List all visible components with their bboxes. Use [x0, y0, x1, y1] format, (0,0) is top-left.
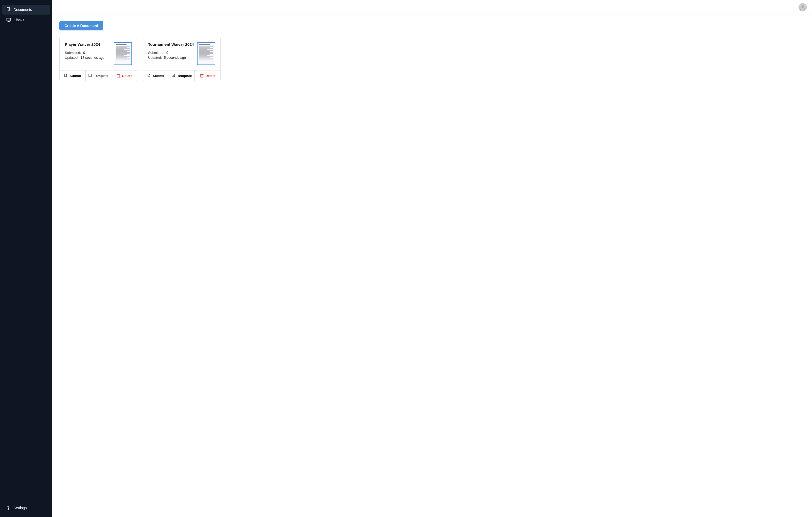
card-info-1: Player Waiver 2024 Submitted: 0 Updated:…: [65, 42, 114, 60]
sidebar-item-kiosks[interactable]: Kiosks: [2, 15, 50, 25]
template-button-1[interactable]: Template: [86, 70, 112, 81]
card-meta-1: Submitted: 0 Updated: 18 seconds ago: [65, 51, 114, 60]
submit-label-2: Submit: [153, 74, 164, 78]
avatar: [799, 3, 807, 11]
card-title-1: Player Waiver 2024: [65, 42, 114, 47]
card-actions-1: Submit Template: [60, 70, 137, 81]
sidebar: Documents Kiosks Settings: [0, 0, 52, 517]
thumbnail-lines-1: [115, 44, 130, 63]
delete-button-2[interactable]: Delete: [195, 70, 221, 81]
card-body-1: Player Waiver 2024 Submitted: 0 Updated:…: [60, 37, 137, 70]
updated-row-2: Updated: 5 seconds ago: [148, 56, 197, 60]
document-icon: [6, 7, 11, 12]
card-thumbnail-1: [114, 42, 132, 65]
svg-rect-21: [200, 74, 203, 77]
submitted-value-2: 0: [166, 51, 168, 55]
svg-rect-4: [7, 18, 10, 21]
updated-row-1: Updated: 18 seconds ago: [65, 56, 114, 60]
submit-label-1: Submit: [69, 74, 81, 78]
create-document-button[interactable]: Create A Document: [59, 21, 103, 30]
svg-point-8: [802, 5, 804, 7]
template-icon-1: [88, 73, 92, 78]
card-body-2: Tournament Waiver 2024 Submitted: 0 Upda…: [143, 37, 221, 70]
updated-label-2: Updated:: [148, 56, 162, 60]
settings-icon: [6, 506, 11, 510]
card-thumbnail-2: [197, 42, 215, 65]
template-label-2: Template: [177, 74, 192, 78]
sidebar-item-settings[interactable]: Settings: [2, 503, 50, 513]
submitted-label-2: Submitted:: [148, 51, 164, 55]
delete-button-1[interactable]: Delete: [111, 70, 137, 81]
sidebar-item-documents[interactable]: Documents: [2, 5, 50, 14]
submit-icon-2: [147, 73, 151, 78]
document-card-1: Player Waiver 2024 Submitted: 0 Updated:…: [59, 37, 138, 81]
kiosks-icon: [6, 18, 11, 22]
page-content: Create A Document Player Waiver 2024 Sub…: [52, 15, 812, 517]
card-actions-2: Submit Template: [143, 70, 221, 81]
delete-icon-1: [116, 73, 120, 78]
main-content: Create A Document Player Waiver 2024 Sub…: [52, 0, 812, 517]
submitted-row-2: Submitted: 0: [148, 51, 197, 55]
submitted-value-1: 0: [83, 51, 85, 55]
delete-icon-2: [200, 73, 204, 78]
sidebar-nav: Documents Kiosks: [0, 0, 52, 499]
sidebar-bottom: Settings: [0, 499, 52, 517]
documents-grid: Player Waiver 2024 Submitted: 0 Updated:…: [59, 37, 805, 81]
document-card-2: Tournament Waiver 2024 Submitted: 0 Upda…: [143, 37, 221, 81]
updated-value-2: 5 seconds ago: [164, 56, 186, 60]
delete-label-1: Delete: [122, 74, 132, 78]
card-title-2: Tournament Waiver 2024: [148, 42, 197, 47]
template-button-2[interactable]: Template: [169, 70, 195, 81]
card-info-2: Tournament Waiver 2024 Submitted: 0 Upda…: [148, 42, 197, 60]
template-label-1: Template: [94, 74, 109, 78]
thumb-title-line: [116, 44, 126, 45]
submit-button-2[interactable]: Submit: [143, 70, 169, 81]
svg-rect-13: [117, 74, 120, 77]
submitted-row-1: Submitted: 0: [65, 51, 114, 55]
settings-label: Settings: [13, 506, 27, 510]
thumbnail-lines-2: [199, 44, 214, 63]
topbar: [52, 0, 812, 15]
submitted-label-1: Submitted:: [65, 51, 81, 55]
svg-point-7: [8, 507, 9, 509]
card-meta-2: Submitted: 0 Updated: 5 seconds ago: [148, 51, 197, 60]
template-icon-2: [172, 73, 176, 78]
submit-icon-1: [64, 73, 68, 78]
sidebar-item-kiosks-label: Kiosks: [13, 18, 24, 22]
updated-label-1: Updated:: [65, 56, 79, 60]
submit-button-1[interactable]: Submit: [60, 70, 86, 81]
sidebar-item-documents-label: Documents: [13, 7, 32, 12]
delete-label-2: Delete: [205, 74, 215, 78]
updated-value-1: 18 seconds ago: [81, 56, 105, 60]
